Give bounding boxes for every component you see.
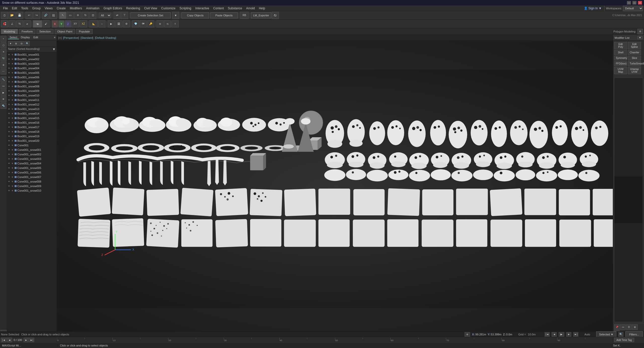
tab-display-mode[interactable]: Display: [19, 36, 31, 39]
object-list[interactable]: 👁 ❄ Box001_snow001 👁 ❄ Box001_snow002 👁 …: [7, 52, 57, 331]
snap-percent[interactable]: %: [16, 20, 23, 27]
axis-xz-btn[interactable]: XZ: [80, 20, 87, 27]
list-item[interactable]: 👁 ❄ Box001_snow005: [7, 71, 57, 75]
maximize-button[interactable]: □: [632, 1, 636, 5]
mat-map[interactable]: 🗺: [140, 20, 147, 27]
list-item[interactable]: 👁 ❄ Cone001_snow008: [7, 179, 57, 184]
cameras-icon[interactable]: 📷: [1, 55, 7, 61]
list-item[interactable]: 👁 ❄ Box001_snow019: [7, 134, 57, 138]
display-icon[interactable]: 👁: [1, 96, 7, 102]
list-item[interactable]: 👁 ❄ Cone001_snow010: [7, 188, 57, 193]
list-item[interactable]: 👁 ❄ Box001_snow010: [7, 93, 57, 98]
menu-file[interactable]: File: [1, 6, 10, 11]
menu-help[interactable]: Help: [257, 6, 267, 11]
rotate-btn[interactable]: ↻: [82, 12, 89, 19]
menu-tools[interactable]: Tools: [19, 6, 30, 11]
vp-plus[interactable]: [+]: [58, 36, 62, 39]
create-sel-expand[interactable]: ▼: [172, 12, 179, 19]
search-btn[interactable]: 🔍: [618, 332, 623, 337]
redo-btn[interactable]: ↪: [33, 12, 40, 19]
add-time-tag-btn[interactable]: Add Time Tag: [614, 338, 634, 342]
select-filter-btn[interactable]: +▶: [33, 20, 42, 27]
new-btn[interactable]: 🗋: [1, 12, 8, 19]
create-selection-btn[interactable]: Create Selection Set: [130, 12, 171, 18]
list-item[interactable]: 👁 ❄ Box001_snow006: [7, 75, 57, 80]
move-btn[interactable]: ✛: [74, 12, 81, 19]
menu-group[interactable]: Group: [30, 6, 43, 11]
list-item[interactable]: 👁 ❄ Cone001: [7, 143, 57, 148]
tab-object-paint[interactable]: Object Paint: [55, 29, 75, 34]
list-item[interactable]: 👁 ❄ Box001_snow018: [7, 129, 57, 134]
menu-substance[interactable]: Substance: [226, 6, 244, 11]
menu-scripting[interactable]: Scripting: [177, 6, 193, 11]
list-item[interactable]: 👁 ❄ Cone001_snow005: [7, 166, 57, 170]
snap-toggle[interactable]: 🧲: [1, 20, 8, 27]
workspace-dropdown[interactable]: Default: [623, 6, 643, 11]
tab-selection[interactable]: Selection: [36, 29, 53, 34]
uvw-map-btn[interactable]: UVW Map: [614, 67, 627, 74]
undo-btn[interactable]: ↩: [25, 12, 32, 19]
lm-extra-btn[interactable]: 🗘: [272, 12, 279, 19]
create-icon[interactable]: +: [1, 36, 7, 42]
scene-filter-btn[interactable]: ▼: [8, 41, 13, 46]
list-item[interactable]: 👁 ❄ Cone001_snow002: [7, 152, 57, 157]
rp-icon3[interactable]: ☰: [626, 324, 632, 330]
scene-search-btn[interactable]: 🔍: [25, 41, 30, 46]
list-item[interactable]: 👁 ❄ Box001_snow004: [7, 66, 57, 71]
menu-create[interactable]: Create: [55, 6, 68, 11]
snap-spinner[interactable]: ⌀: [24, 20, 31, 27]
list-item[interactable]: 👁 ❄ Box001_snow012: [7, 102, 57, 107]
list-item[interactable]: 👁 ❄ Cone001_snow009: [7, 184, 57, 188]
prev-frame-btn[interactable]: ◄: [552, 332, 557, 337]
go-start-btn[interactable]: |◄: [545, 332, 550, 337]
timeline-ruler[interactable]: 0102030405060708090100: [57, 338, 613, 342]
rp-icon4[interactable]: ⊞: [632, 324, 638, 330]
render-settings[interactable]: ⚙: [123, 20, 130, 27]
symmetry-btn[interactable]: Symmetry: [614, 56, 627, 60]
axis-y-btn[interactable]: Y: [58, 20, 64, 27]
menu-arnold[interactable]: Arnold: [244, 6, 257, 11]
vp-perspective[interactable]: [Perspective]: [63, 36, 79, 39]
hierarchy-icon[interactable]: ⊶: [1, 83, 7, 89]
slice-btn[interactable]: Slice: [628, 56, 641, 60]
menu-content[interactable]: Content: [211, 6, 226, 11]
menu-customize[interactable]: Customize: [159, 6, 178, 11]
utilities-icon[interactable]: 🔩: [1, 103, 7, 109]
axis-z-btn[interactable]: Z: [65, 20, 71, 27]
mode-dropdown[interactable]: All: [99, 13, 111, 18]
next-frame-btn[interactable]: ►: [566, 332, 571, 337]
list-item[interactable]: 👁 ❄ Cone001_snow007: [7, 175, 57, 179]
tl-prev[interactable]: ◄: [7, 338, 12, 342]
vp-standard[interactable]: [Standard]: [81, 36, 93, 39]
coord-input2[interactable]: ↔: [98, 20, 105, 27]
list-item[interactable]: 👁 ❄ Box001_snow002: [7, 57, 57, 61]
edit-poly-btn[interactable]: Edit Poly: [614, 42, 627, 49]
play-btn[interactable]: ▶: [559, 332, 564, 337]
modify-icon[interactable]: 🔧: [1, 77, 7, 83]
link-btn[interactable]: 🔗: [42, 12, 49, 19]
tools-extra2[interactable]: N: [164, 20, 171, 27]
list-item[interactable]: 👁 ❄ Box001_snow009: [7, 89, 57, 93]
tab-customize[interactable]: Edit: [32, 36, 40, 39]
open-btn[interactable]: 📂: [9, 12, 16, 19]
paint-select-btn[interactable]: 🖌: [43, 20, 50, 27]
tl-goto-start[interactable]: |◄: [1, 338, 7, 342]
align-btn[interactable]: ⊤: [121, 12, 128, 19]
list-item[interactable]: 👁 ❄ Cone001_snow001: [7, 148, 57, 152]
chamfer-btn[interactable]: Chamfer: [628, 50, 641, 55]
select-btn[interactable]: ↖: [59, 12, 66, 19]
shell-btn[interactable]: Shell: [614, 50, 627, 55]
helpers-icon[interactable]: ⊕: [1, 62, 7, 68]
list-item[interactable]: 👁 ❄ Cone001_snow006: [7, 170, 57, 175]
snap-angle[interactable]: ∠: [9, 20, 16, 27]
mat-editor[interactable]: 💎: [132, 20, 139, 27]
list-item[interactable]: 👁 ❄ Cone001_snow004: [7, 161, 57, 166]
close-button[interactable]: ✕: [638, 1, 642, 5]
viewport[interactable]: [+] [Perspective] [Standard] [Default Sh…: [57, 35, 613, 337]
list-item[interactable]: 👁 ❄ Box001_snow013: [7, 107, 57, 111]
sign-in-button[interactable]: 👤 Sign In ▼: [582, 6, 604, 11]
modifier-dropdown-btn[interactable]: ▼: [637, 36, 642, 39]
edit-spline-btn[interactable]: Edit Spline: [628, 42, 641, 49]
tab-modeling[interactable]: Modeling: [1, 29, 18, 34]
menu-civil-view[interactable]: Civil View: [142, 6, 159, 11]
